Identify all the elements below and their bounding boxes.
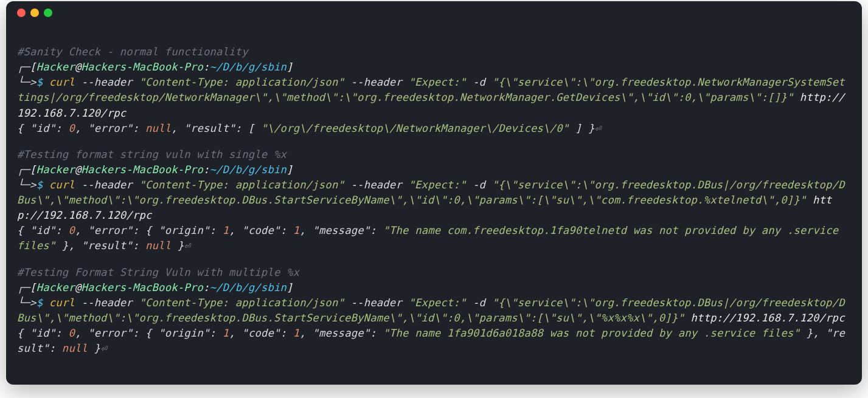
comment-line: #Sanity Check - normal functionality bbox=[17, 46, 248, 58]
response-line: { bbox=[17, 122, 30, 134]
prompt-close-bracket: ] bbox=[286, 61, 293, 73]
response-line: { bbox=[17, 327, 30, 339]
header-value: "Content-Type: application/json" bbox=[139, 76, 344, 88]
terminal-body[interactable]: #Sanity Check - normal functionality ┌─[… bbox=[6, 24, 862, 385]
prompt-tree-bot: └─> bbox=[17, 76, 36, 88]
titlebar bbox=[6, 1, 862, 24]
prompt-path: ~/D/b/g/sbin bbox=[210, 61, 287, 73]
return-icon: ⏎ bbox=[184, 239, 190, 252]
terminal-window: #Sanity Check - normal functionality ┌─[… bbox=[6, 1, 862, 385]
prompt-user: Hacker bbox=[36, 61, 75, 73]
comment-line: #Testing Format String Vuln with multipl… bbox=[17, 266, 299, 278]
return-icon: ⏎ bbox=[594, 122, 601, 134]
prompt-tree-top: ┌─ bbox=[17, 61, 30, 73]
command-flag: --header bbox=[75, 76, 139, 88]
close-icon[interactable] bbox=[17, 9, 26, 17]
comment-line: #Testing format string vuln with single … bbox=[17, 148, 286, 160]
prompt-at: @ bbox=[75, 61, 82, 73]
zoom-icon[interactable] bbox=[44, 9, 52, 17]
return-icon: ⏎ bbox=[100, 342, 107, 354]
prompt-host: Hackers-MacBook-Pro bbox=[82, 61, 203, 73]
minimize-icon[interactable] bbox=[30, 9, 39, 17]
block-spacer bbox=[17, 136, 851, 147]
block-spacer bbox=[17, 254, 851, 265]
command-name: curl bbox=[49, 76, 75, 88]
prompt-open-bracket: [ bbox=[30, 61, 36, 73]
response-line: { bbox=[17, 224, 30, 236]
prompt-dollar: $ bbox=[36, 76, 43, 88]
